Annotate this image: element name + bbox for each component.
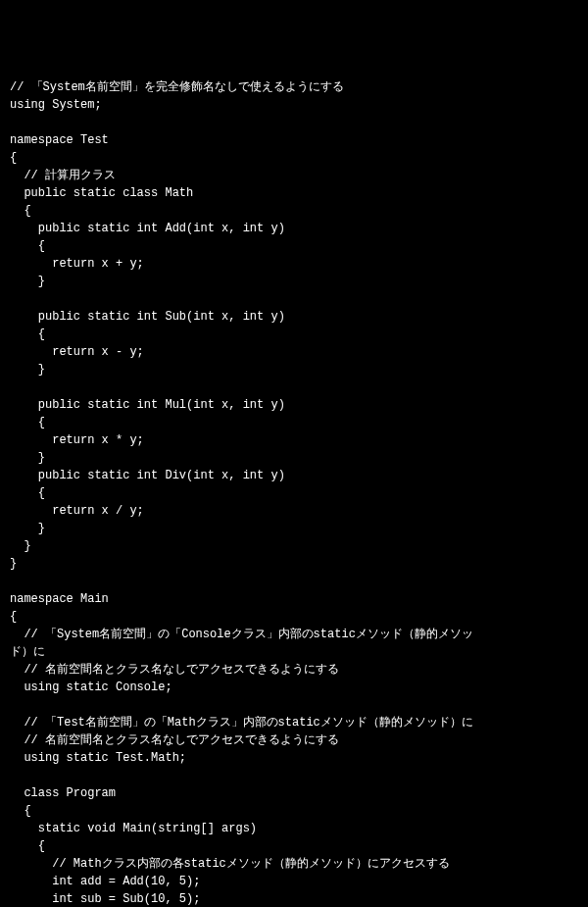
code-block: // 「System名前空間」を完全修飾名なしで使えるようにする using S…	[10, 78, 578, 907]
code-text: // 「System名前空間」を完全修飾名なしで使えるようにする using S…	[10, 80, 473, 907]
